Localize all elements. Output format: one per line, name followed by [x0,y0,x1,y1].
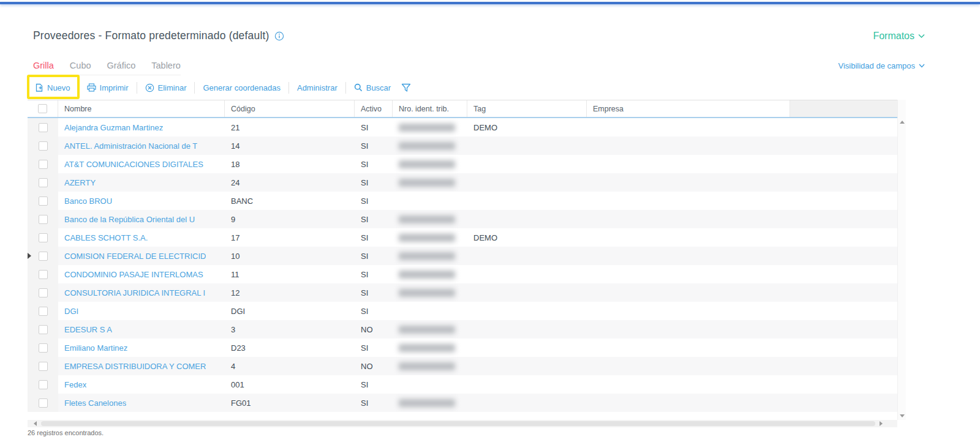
scroll-right-icon[interactable] [880,421,883,426]
supplier-name-cell: Fletes Canelones [58,394,225,412]
row-filler-cell [790,118,897,136]
redacted-tax-id [399,362,455,370]
header-nro-ident-trib[interactable]: Nro. ident. trib. [393,100,467,117]
view-tabs: Grilla Cubo Gráfico Tablero [33,61,181,75]
code-cell: 18 [225,155,355,173]
scroll-down-icon[interactable] [900,414,905,417]
row-checkbox[interactable] [39,233,48,242]
horizontal-scrollbar-thumb[interactable] [41,421,875,426]
filter-funnel-icon[interactable] [401,83,411,92]
supplier-name-link[interactable]: ANTEL. Administración Nacional de T [64,141,197,151]
supplier-name-link[interactable]: CABLES SCHOTT S.A. [64,233,148,242]
eliminar-button[interactable]: Eliminar [137,83,195,92]
horizontal-scrollbar[interactable] [28,420,897,427]
row-checkbox[interactable] [39,178,48,187]
row-checkbox[interactable] [39,380,48,389]
supplier-name-cell: EMPRESA DISTRIBUIDORA Y COMER [58,357,225,375]
imprimir-button[interactable]: Imprimir [79,83,137,92]
tab-tablero[interactable]: Tablero [151,61,181,70]
header-codigo[interactable]: Código [225,100,355,117]
redacted-tax-id [399,234,455,242]
code-cell: 24 [225,173,355,192]
row-checkbox[interactable] [39,398,48,408]
code-cell: 21 [225,118,355,136]
generar-coordenadas-button[interactable]: Generar coordenadas [195,83,288,92]
supplier-name-link[interactable]: Fletes Canelones [64,398,126,408]
select-all-checkbox[interactable] [38,104,47,113]
supplier-name-link[interactable]: COMISION FEDERAL DE ELECTRICID [64,252,206,261]
row-checkbox[interactable] [39,160,48,169]
row-checkbox[interactable] [39,215,48,224]
top-accent-bar [0,2,980,4]
tag-cell [467,265,587,283]
administrar-button[interactable]: Administrar [289,83,345,92]
header-activo[interactable]: Activo [355,100,393,117]
tag-cell [467,192,587,210]
row-filler-cell [790,320,897,338]
scroll-left-icon[interactable] [34,421,37,426]
page-title-text: Proveedores - Formato predeterminado (de… [33,29,270,42]
scroll-up-icon[interactable] [900,121,905,124]
tab-grilla[interactable]: Grilla [33,61,54,70]
side-panel-expander-icon[interactable] [28,253,31,259]
redacted-tax-id [399,399,455,407]
tax-id-cell [393,357,467,375]
formats-label: Formatos [873,31,914,42]
row-filler-cell [790,357,897,375]
row-checkbox[interactable] [39,141,48,151]
company-cell [587,302,790,320]
supplier-name-link[interactable]: Alejandra Guzman Martinez [64,123,163,132]
row-checkbox[interactable] [39,362,48,371]
search-icon [354,83,363,92]
tab-grafico[interactable]: Gráfico [107,61,136,70]
supplier-name-link[interactable]: AT&T COMUNICACIONES DIGITALES [64,160,203,169]
row-checkbox[interactable] [39,270,48,279]
buscar-button[interactable]: Buscar [346,83,399,92]
supplier-name-link[interactable]: Emiliano Martinez [64,343,127,353]
header-tag[interactable]: Tag [467,100,587,117]
tab-cubo[interactable]: Cubo [70,61,91,70]
row-checkbox[interactable] [39,343,48,353]
tax-id-cell [393,320,467,338]
supplier-name-cell: CONDOMINIO PASAJE INTERLOMAS [58,265,225,283]
code-cell: 17 [225,228,355,247]
row-checkbox[interactable] [39,252,48,261]
supplier-name-link[interactable]: Banco de la República Oriental del U [64,215,195,224]
formats-dropdown[interactable]: Formatos [873,31,925,42]
nuevo-button[interactable]: Nuevo [33,83,78,92]
supplier-name-link[interactable]: EMPRESA DISTRIBUIDORA Y COMER [64,362,206,371]
supplier-name-link[interactable]: Banco BROU [64,196,112,206]
company-cell [587,247,790,265]
supplier-name-cell: Alejandra Guzman Martinez [58,118,225,136]
vertical-scrollbar[interactable] [897,100,906,420]
row-checkbox[interactable] [39,307,48,316]
row-checkbox-cell [28,357,58,375]
supplier-name-link[interactable]: CONSULTORIA JURIDICA INTEGRAL I [64,288,205,297]
table-row: EDESUR S A3NO [28,320,897,338]
supplier-name-link[interactable]: EDESUR S A [64,325,112,334]
info-icon[interactable] [274,31,284,41]
page-title: Proveedores - Formato predeterminado (de… [33,29,284,42]
supplier-name-link[interactable]: CONDOMINIO PASAJE INTERLOMAS [64,270,203,279]
tag-cell [467,136,587,155]
new-document-icon [35,83,43,92]
row-checkbox-cell [28,228,58,247]
supplier-name-cell: AT&T COMUNICACIONES DIGITALES [58,155,225,173]
tag-cell [467,247,587,265]
row-checkbox[interactable] [39,288,48,297]
tax-id-cell [393,118,467,136]
active-cell: SI [355,265,393,283]
header-nombre[interactable]: Nombre [58,100,225,117]
supplier-name-link[interactable]: AZERTY [64,178,96,187]
company-cell [587,192,790,210]
row-checkbox-cell [28,155,58,173]
row-checkbox[interactable] [39,196,48,206]
supplier-name-link[interactable]: DGI [64,307,78,316]
title-row: Proveedores - Formato predeterminado (de… [33,29,925,42]
row-checkbox[interactable] [39,123,48,132]
supplier-name-cell: DGI [58,302,225,320]
header-empresa[interactable]: Empresa [587,100,790,117]
row-checkbox[interactable] [39,325,48,334]
field-visibility-dropdown[interactable]: Visibilidad de campos [839,61,925,75]
supplier-name-link[interactable]: Fedex [64,380,86,389]
